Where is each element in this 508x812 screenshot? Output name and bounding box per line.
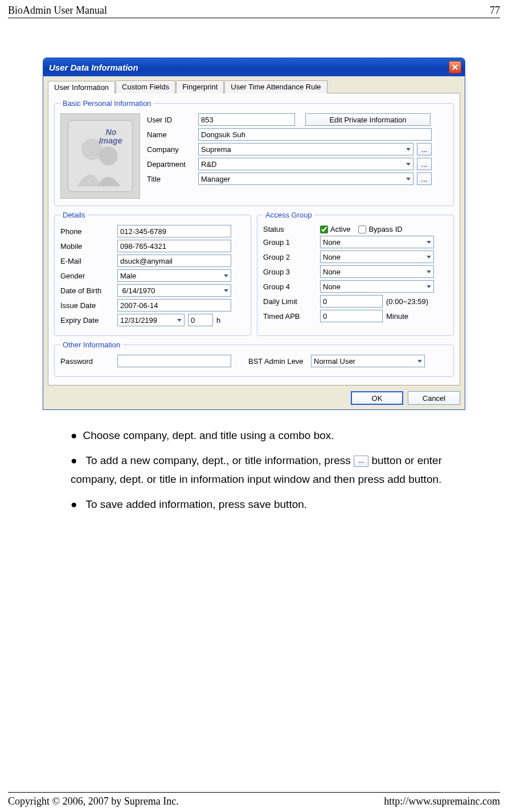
svg-point-2 — [99, 146, 118, 165]
tabstrip: User Information Custom Fields Fingerpri… — [43, 76, 465, 93]
dialog-title: User Data Information — [49, 63, 138, 72]
label-title: Title — [147, 175, 198, 183]
titlebar[interactable]: User Data Information — [43, 58, 465, 76]
bypass-label: Bypass ID — [368, 225, 402, 233]
expiry-extra-input[interactable] — [188, 314, 213, 326]
label-dob: Date of Birth — [60, 286, 117, 295]
user-data-dialog: User Data Information User Information C… — [43, 58, 465, 409]
bullet-2a: To add a new company, dept., or title in… — [85, 454, 354, 466]
label-group4: Group 4 — [263, 282, 320, 291]
label-email: E-Mail — [60, 257, 117, 265]
expiry-date-combo[interactable] — [117, 314, 185, 326]
daily-limit-input[interactable] — [320, 295, 383, 307]
admin-level-combo[interactable] — [311, 355, 425, 367]
close-icon[interactable] — [449, 61, 461, 73]
tab-custom-fields[interactable]: Custom Fields — [116, 80, 175, 93]
apb-unit: Minute — [386, 312, 408, 321]
group1-combo[interactable] — [320, 236, 434, 248]
legend-other: Other Information — [60, 341, 122, 349]
group-other: Other Information Password BST Admin Lev… — [54, 341, 454, 377]
department-combo[interactable] — [198, 158, 413, 170]
footer-rule — [8, 792, 500, 793]
group-basic: Basic Personal Information No Image — [54, 99, 454, 206]
tab-user-information[interactable]: User Information — [48, 81, 115, 94]
svg-text:Image: Image — [99, 136, 122, 145]
label-group3: Group 3 — [263, 268, 320, 276]
label-group1: Group 1 — [263, 238, 320, 247]
group-access: Access Group Status Active Bypass ID Gro… — [257, 211, 454, 336]
content-area: User Data Information User Information C… — [0, 18, 508, 514]
expiry-unit: h — [216, 316, 220, 325]
tab-time-attendance[interactable]: User Time Attendance Rule — [224, 80, 327, 93]
label-company: Company — [147, 145, 198, 154]
title-combo[interactable] — [198, 173, 413, 185]
tab-body: Basic Personal Information No Image — [48, 93, 460, 386]
timed-apb-input[interactable] — [320, 310, 383, 322]
photo-placeholder[interactable]: No Image — [60, 113, 140, 199]
company-combo[interactable] — [198, 143, 413, 155]
bypass-checkbox[interactable] — [358, 225, 366, 233]
group4-combo[interactable] — [320, 280, 434, 293]
label-phone: Phone — [60, 227, 117, 236]
ok-button[interactable]: OK — [351, 391, 403, 405]
legend-basic: Basic Personal Information — [60, 99, 153, 108]
page-footer: Copyright © 2006, 2007 by Suprema Inc. h… — [8, 795, 500, 807]
cancel-button[interactable]: Cancel — [408, 391, 460, 405]
department-browse-button[interactable]: ... — [417, 158, 432, 170]
user-id-input[interactable] — [198, 113, 295, 126]
label-issue: Issue Date — [60, 301, 117, 310]
label-status: Status — [263, 225, 320, 233]
legend-access: Access Group — [263, 211, 314, 219]
instruction-list: Choose company, dept. and title using a … — [71, 426, 466, 514]
label-expiry: Expiry Date — [60, 316, 117, 325]
legend-details: Details — [60, 211, 88, 219]
footer-left: Copyright © 2006, 2007 by Suprema Inc. — [8, 795, 179, 807]
no-image-icon: No Image — [66, 119, 134, 193]
page-header: BioAdmin User Manual 77 — [0, 0, 508, 18]
bullet-3: To save added information, press save bu… — [71, 495, 466, 514]
dialog-footer: OK Cancel — [43, 389, 465, 409]
label-mobile: Mobile — [60, 242, 117, 251]
password-input[interactable] — [117, 355, 231, 367]
label-gender: Gender — [60, 272, 117, 280]
label-admin-level: BST Admin Leve — [248, 357, 311, 366]
name-input[interactable] — [198, 128, 432, 141]
daily-hint: (0:00~23:59) — [386, 297, 428, 306]
mobile-input[interactable] — [117, 240, 231, 252]
issue-date-input[interactable] — [117, 299, 231, 311]
email-input[interactable] — [117, 255, 231, 267]
group2-combo[interactable] — [320, 251, 434, 263]
bullet-2: To add a new company, dept., or title in… — [71, 452, 466, 489]
label-department: Department — [147, 160, 198, 169]
label-name: Name — [147, 130, 198, 139]
label-daily: Daily Limit — [263, 297, 320, 306]
footer-right: http://www.supremainc.com — [384, 795, 500, 807]
label-apb: Timed APB — [263, 312, 320, 321]
dob-picker[interactable] — [117, 284, 231, 297]
label-user-id: User ID — [147, 116, 198, 124]
phone-input[interactable] — [117, 225, 231, 237]
title-browse-button[interactable]: ... — [417, 173, 432, 185]
bullet-1: Choose company, dept. and title using a … — [71, 426, 466, 445]
active-checkbox[interactable] — [320, 225, 328, 233]
edit-private-button[interactable]: Edit Private Information — [305, 113, 431, 126]
inline-dots-icon: ... — [354, 456, 368, 467]
company-browse-button[interactable]: ... — [417, 143, 432, 155]
header-left: BioAdmin User Manual — [8, 5, 107, 17]
page-number: 77 — [490, 5, 500, 17]
gender-combo[interactable] — [117, 269, 231, 282]
label-group2: Group 2 — [263, 253, 320, 261]
group3-combo[interactable] — [320, 265, 434, 278]
tab-fingerprint[interactable]: Fingerprint — [176, 80, 224, 93]
active-label: Active — [330, 225, 350, 233]
label-password: Password — [60, 357, 117, 366]
group-details: Details Phone Mobile E-Mail Gender Date … — [54, 211, 251, 336]
